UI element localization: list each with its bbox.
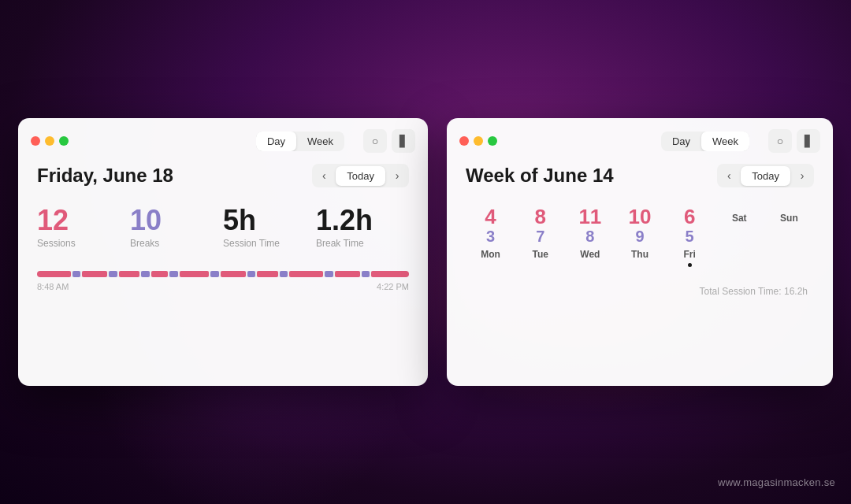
day-sessions-thu: 10 (629, 206, 652, 227)
timeline-break-segment (141, 271, 150, 277)
day-col-wed[interactable]: 118Wed (565, 206, 615, 275)
day-sessions-wed: 11 (578, 206, 601, 227)
stat-breaks: 10 Breaks (130, 206, 223, 249)
day-col-sat[interactable]: Sat (715, 206, 764, 275)
break-time-label: Break Time (316, 238, 364, 249)
day-window: Day Week ○ ▋ Friday, June 18 ‹ Today › 1… (18, 118, 428, 386)
week-grid: 43Mon87Tue118Wed109Thu65FriSatSun (466, 206, 814, 275)
stat-session-time: 5h Session Time (223, 206, 316, 249)
minimize-button-week[interactable] (474, 136, 483, 146)
timeline-session-segment (371, 271, 409, 277)
day-sessions-mon: 4 (485, 206, 496, 227)
breaks-value: 10 (130, 206, 162, 235)
day-breaks-mon: 3 (486, 228, 495, 244)
total-session-time: Total Session Time: 16.2h (466, 286, 814, 297)
circle-icon-button-week[interactable]: ○ (768, 129, 792, 153)
timeline-break-segment (362, 271, 370, 277)
end-time: 4:22 PM (377, 282, 409, 291)
today-button-day[interactable]: Today (336, 166, 385, 186)
day-col-tue[interactable]: 87Tue (515, 206, 565, 275)
stats-grid: 12 Sessions 10 Breaks 5h Session Time 1.… (37, 206, 409, 249)
timeline-container: 8:48 AM 4:22 PM (37, 271, 409, 291)
breaks-label: Breaks (130, 238, 159, 249)
traffic-lights-week (459, 136, 497, 146)
timeline-break-segment (109, 271, 117, 277)
day-col-fri[interactable]: 65Fri (665, 206, 715, 275)
day-col-thu[interactable]: 109Thu (615, 206, 664, 275)
icon-buttons-day: ○ ▋ (363, 129, 415, 153)
watermark: www.magasinmacken.se (718, 476, 835, 488)
traffic-lights-day (31, 136, 69, 146)
day-col-sun[interactable]: Sun (764, 206, 814, 275)
day-name-mon: Mon (481, 249, 500, 260)
day-name-sat: Sat (732, 213, 747, 224)
day-col-mon[interactable]: 43Mon (466, 206, 515, 275)
next-week-button[interactable]: › (790, 164, 814, 187)
view-toggle-week: Day Week (661, 132, 749, 151)
titlebar-week: Day Week ○ ▋ (447, 118, 833, 161)
day-name-thu: Thu (631, 249, 648, 260)
day-breaks-tue: 7 (536, 228, 544, 244)
maximize-button-week[interactable] (488, 136, 497, 146)
week-nav-controls: ‹ Today › (717, 164, 814, 187)
timeline-session-segment (289, 271, 323, 277)
timeline-break-segment (210, 271, 219, 277)
day-view-button[interactable]: Day (256, 132, 296, 151)
chart-icon-button-week[interactable]: ▋ (797, 129, 820, 153)
day-breaks-fri: 5 (686, 228, 694, 244)
view-toggle-day: Day Week (256, 132, 344, 151)
timeline-session-segment (82, 271, 107, 277)
timeline-break-segment (280, 271, 288, 277)
today-button-week[interactable]: Today (741, 166, 790, 186)
prev-day-button[interactable]: ‹ (312, 164, 336, 187)
maximize-button[interactable] (59, 136, 69, 146)
minimize-button[interactable] (45, 136, 54, 146)
session-time-value: 5h (223, 206, 256, 235)
next-day-button[interactable]: › (385, 164, 409, 187)
day-breaks-thu: 9 (635, 228, 644, 244)
close-button-week[interactable] (459, 136, 469, 146)
week-view-button-week[interactable]: Week (701, 132, 749, 151)
day-sessions-fri: 6 (684, 206, 695, 227)
stat-sessions: 12 Sessions (37, 206, 130, 249)
week-window: Day Week ○ ▋ Week of June 14 ‹ Today › 4… (447, 118, 833, 386)
day-sessions-tue: 8 (534, 206, 545, 227)
prev-week-button[interactable]: ‹ (717, 164, 741, 187)
day-header-row: Friday, June 18 ‹ Today › (37, 164, 409, 187)
day-view-button-week[interactable]: Day (661, 132, 701, 151)
day-name-fri: Fri (683, 249, 695, 260)
timeline-break-segment (169, 271, 178, 277)
session-time-label: Session Time (223, 238, 280, 249)
timeline-break-segment (72, 271, 81, 277)
close-button[interactable] (31, 136, 40, 146)
week-header-row: Week of June 14 ‹ Today › (466, 164, 814, 187)
timeline-session-segment (335, 271, 360, 277)
titlebar-day: Day Week ○ ▋ (18, 118, 428, 161)
start-time: 8:48 AM (37, 282, 69, 291)
day-indicator-fri (688, 263, 692, 267)
timeline-session-segment (257, 271, 278, 277)
week-title: Week of June 14 (466, 165, 614, 187)
day-breaks-wed: 8 (585, 228, 594, 244)
day-name-wed: Wed (580, 249, 600, 260)
break-time-value: 1.2h (316, 206, 373, 235)
week-content: Week of June 14 ‹ Today › 43Mon87Tue118W… (447, 161, 833, 313)
timeline-labels: 8:48 AM 4:22 PM (37, 282, 409, 291)
circle-icon-button[interactable]: ○ (363, 129, 387, 153)
sessions-label: Sessions (37, 238, 76, 249)
week-view-button[interactable]: Week (296, 132, 344, 151)
timeline-break-segment (325, 271, 333, 277)
timeline-break-segment (247, 271, 256, 277)
day-name-sun: Sun (780, 213, 798, 224)
timeline-session-segment (221, 271, 246, 277)
timeline-session-segment (37, 271, 71, 277)
icon-buttons-week: ○ ▋ (768, 129, 820, 153)
sessions-value: 12 (37, 206, 69, 235)
chart-icon-button[interactable]: ▋ (392, 129, 415, 153)
day-content: Friday, June 18 ‹ Today › 12 Sessions 10… (18, 161, 428, 307)
day-name-tue: Tue (532, 249, 548, 260)
timeline-bar (37, 271, 409, 277)
timeline-session-segment (119, 271, 140, 277)
timeline-session-segment (180, 271, 209, 277)
timeline-segments (37, 271, 409, 277)
